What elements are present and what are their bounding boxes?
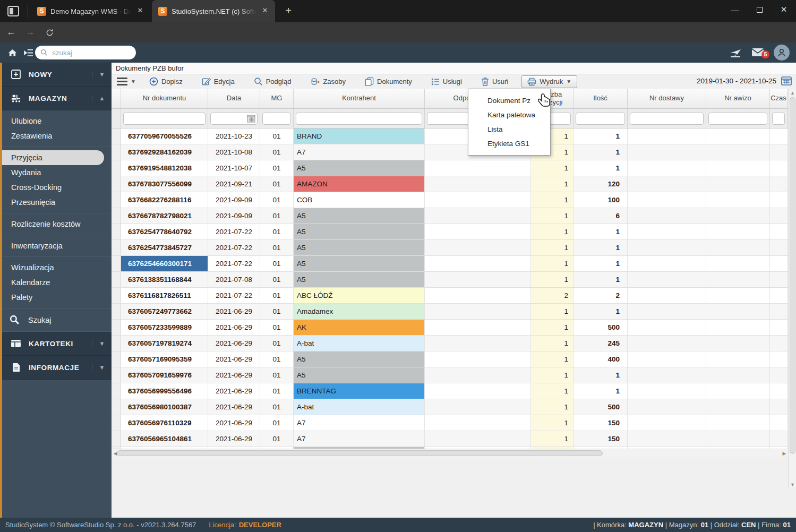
wydruk-button[interactable]: Wydruk▼ xyxy=(521,75,577,88)
table-row[interactable]: 63762547738457272021-07-2201A511 xyxy=(112,240,788,256)
odpowiedzialny-cell[interactable] xyxy=(425,288,531,303)
nr-dostawy-cell[interactable] xyxy=(628,224,706,239)
nr-awizo-cell[interactable] xyxy=(706,351,770,367)
document-number-cell[interactable]: 6376116817826511 xyxy=(121,288,208,303)
date-cell[interactable]: 2021-06-29 xyxy=(208,367,260,383)
date-cell[interactable]: 2021-06-29 xyxy=(208,336,260,351)
date-cell[interactable]: 2021-06-29 xyxy=(208,399,260,415)
column-header-Nr dokumentu[interactable]: Nr dokumentu xyxy=(121,89,208,108)
date-cell[interactable]: 2021-07-22 xyxy=(208,224,260,239)
menu-item-etykieta-gs1[interactable]: Etykieta GS1 xyxy=(468,136,550,151)
document-number-cell[interactable]: 6376919548812038 xyxy=(121,160,208,176)
mg-cell[interactable]: 01 xyxy=(260,304,294,319)
filter-input-Czas[interactable] xyxy=(772,113,785,125)
table-row[interactable]: 63761383511688442021-07-0801A511 xyxy=(112,272,788,288)
date-cell[interactable]: 2021-10-08 xyxy=(208,144,260,160)
nr-awizo-cell[interactable] xyxy=(706,336,770,351)
table-row[interactable]: 63761168178265112021-07-2201ABC ŁÓDŹ22 xyxy=(112,288,788,304)
date-cell[interactable]: 2021-06-29 xyxy=(208,431,260,447)
mg-cell[interactable]: 01 xyxy=(260,208,294,224)
sidebar-item-cross-docking[interactable]: Cross-Docking xyxy=(2,180,112,195)
ilosc-cell[interactable]: 120 xyxy=(574,176,628,192)
odpowiedzialny-cell[interactable] xyxy=(425,160,531,176)
nr-dostawy-cell[interactable] xyxy=(628,208,706,224)
czas-cell[interactable] xyxy=(770,288,788,303)
odpowiedzialny-cell[interactable] xyxy=(425,192,531,208)
table-row[interactable]: 63766822762881162021-09-0901COB1100 xyxy=(112,192,788,208)
nr-awizo-cell[interactable] xyxy=(706,160,770,176)
app-search-input[interactable]: szukaj xyxy=(35,46,136,59)
ilosc-cell[interactable]: 100 xyxy=(574,192,628,208)
liczba-pozycji-cell[interactable]: 1 xyxy=(531,240,574,255)
podglad-button[interactable]: Podgląd xyxy=(248,75,297,88)
filter-input-Kontrahent[interactable] xyxy=(296,113,422,125)
column-header-selector[interactable] xyxy=(112,89,121,108)
vertical-scrollbar[interactable]: ▲ ▼ xyxy=(788,89,796,488)
column-header-Czas[interactable]: Czas xyxy=(770,89,788,108)
kontrahent-cell[interactable]: A5 xyxy=(294,367,425,383)
date-cell[interactable]: 2021-07-22 xyxy=(208,256,260,271)
czas-cell[interactable] xyxy=(770,383,788,399)
nr-awizo-cell[interactable] xyxy=(706,256,770,271)
nr-awizo-cell[interactable] xyxy=(706,431,770,447)
filter-input-Nr awizo[interactable] xyxy=(708,113,767,125)
table-row[interactable]: 63760569801003872021-06-2901A-bat1500 xyxy=(112,399,788,415)
table-row[interactable]: 63762546603001712021-07-2201A511 xyxy=(112,256,788,272)
date-cell[interactable]: 2021-07-08 xyxy=(208,272,260,287)
date-cell[interactable]: 2021-07-22 xyxy=(208,240,260,255)
nr-awizo-cell[interactable] xyxy=(706,176,770,192)
odpowiedzialny-cell[interactable] xyxy=(425,224,531,239)
scroll-right-icon[interactable]: ▶ xyxy=(781,449,788,458)
window-close-button[interactable]: ✕ xyxy=(772,0,796,19)
kontrahent-cell[interactable]: A7 xyxy=(294,415,425,431)
table-row[interactable]: 63760569761103292021-06-2901A71150 xyxy=(112,415,788,431)
ilosc-cell[interactable]: 1 xyxy=(574,144,628,160)
tab-close-icon[interactable]: ✕ xyxy=(135,6,145,16)
odpowiedzialny-cell[interactable] xyxy=(425,415,531,431)
sidebar-item-wizualizacja[interactable]: Wizualizacja xyxy=(2,260,112,275)
ilosc-cell[interactable]: 1 xyxy=(574,240,628,255)
nr-awizo-cell[interactable] xyxy=(706,192,770,208)
sidebar-section-nowy[interactable]: NOWY ▼ xyxy=(2,63,112,87)
czas-cell[interactable] xyxy=(770,272,788,287)
scroll-down-icon[interactable]: ▼ xyxy=(789,480,796,488)
nr-dostawy-cell[interactable] xyxy=(628,415,706,431)
odpowiedzialny-cell[interactable] xyxy=(425,208,531,224)
menu-item-karta-paletowa[interactable]: Karta paletowa xyxy=(468,108,550,122)
liczba-pozycji-cell[interactable]: 1 xyxy=(531,304,574,319)
vertical-scroll-thumb[interactable] xyxy=(790,97,795,454)
nr-awizo-cell[interactable] xyxy=(706,288,770,303)
document-number-cell[interactable]: 6376682276288116 xyxy=(121,192,208,208)
nr-dostawy-cell[interactable] xyxy=(628,160,706,176)
date-cell[interactable]: 2021-09-09 xyxy=(208,208,260,224)
browser-tab-active[interactable]: S StudioSystem.NET (c) SoftwareSt ✕ xyxy=(152,0,275,22)
filter-input-Nr dokumentu[interactable] xyxy=(123,113,206,125)
date-cell[interactable]: 2021-09-09 xyxy=(208,192,260,208)
mg-cell[interactable]: 01 xyxy=(260,144,294,160)
czas-cell[interactable] xyxy=(770,367,788,383)
mg-cell[interactable]: 01 xyxy=(260,224,294,239)
ilosc-cell[interactable]: 500 xyxy=(574,320,628,335)
nr-dostawy-cell[interactable] xyxy=(628,192,706,208)
column-header-Kontrahent[interactable]: Kontrahent xyxy=(294,89,425,108)
ilosc-cell[interactable]: 245 xyxy=(574,336,628,351)
date-cell[interactable]: 2021-06-29 xyxy=(208,351,260,367)
czas-cell[interactable] xyxy=(770,128,788,144)
date-cell[interactable]: 2021-06-29 xyxy=(208,383,260,399)
kontrahent-cell[interactable]: AK xyxy=(294,320,425,335)
browser-tab-inactive[interactable]: S Demo Magazyn WMS - Demo o ✕ xyxy=(31,0,150,22)
date-cell[interactable]: 2021-09-21 xyxy=(208,176,260,192)
ilosc-cell[interactable]: 1 xyxy=(574,256,628,271)
nr-dostawy-cell[interactable] xyxy=(628,288,706,303)
table-row[interactable]: 63760572335998892021-06-2901AK1500 xyxy=(112,320,788,336)
ilosc-cell[interactable]: 6 xyxy=(574,208,628,224)
ilosc-cell[interactable]: 1 xyxy=(574,224,628,239)
tab-preview-icon[interactable] xyxy=(7,6,19,16)
odpowiedzialny-cell[interactable] xyxy=(425,383,531,399)
liczba-pozycji-cell[interactable]: 1 xyxy=(531,351,574,367)
odpowiedzialny-cell[interactable] xyxy=(425,336,531,351)
nr-dostawy-cell[interactable] xyxy=(628,320,706,335)
sidebar-item-inwentaryzacja[interactable]: Inwentaryzacja xyxy=(2,238,112,253)
odpowiedzialny-cell[interactable] xyxy=(425,351,531,367)
table-row[interactable]: 63769195488120382021-10-0701A511 xyxy=(112,160,788,176)
